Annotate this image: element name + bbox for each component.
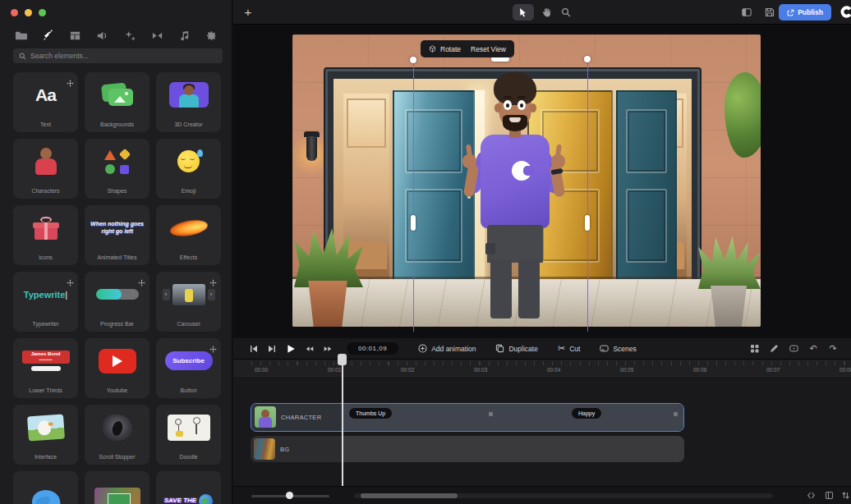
elements-rocket-icon[interactable] — [39, 27, 57, 44]
bg-track-clip[interactable]: BG — [251, 436, 684, 462]
redo-button[interactable]: ↷ — [826, 344, 840, 353]
rewind-button[interactable] — [306, 345, 314, 353]
scene-preview — [292, 34, 761, 327]
share-export-icon — [787, 9, 794, 16]
close-window-button[interactable] — [11, 9, 18, 16]
pen-tool-button[interactable] — [767, 344, 780, 353]
shapes-icon — [104, 149, 131, 174]
selection-handle-top-left[interactable] — [410, 57, 416, 63]
element-card-lower-thirds[interactable]: James Bond▬▬▬▬ Lower Thirds — [13, 338, 78, 398]
collapse-timeline-button[interactable] — [807, 491, 816, 502]
pan-hand-tool[interactable] — [536, 4, 557, 21]
track-label: CHARACTER — [281, 414, 321, 421]
timeline-ruler[interactable]: 00:00 00:01 00:02 00:03 00:04 00:05 00:0… — [233, 360, 851, 378]
element-card-typewriter[interactable]: Typewrite| Typewriter — [13, 272, 78, 332]
zoom-window-button[interactable] — [39, 9, 46, 16]
bg-track-thumbnail — [254, 438, 275, 460]
keyframe-marker[interactable] — [489, 412, 493, 416]
timeline-scrollbar-thumb[interactable] — [361, 493, 458, 498]
minimize-window-button[interactable] — [25, 9, 32, 16]
youtube-play-icon — [99, 349, 136, 373]
grid-view-button[interactable] — [748, 344, 761, 353]
transitions-icon[interactable] — [148, 27, 166, 44]
publish-button[interactable]: Publish — [779, 4, 831, 21]
templates-grid-icon[interactable] — [67, 27, 85, 44]
selection-handle-left[interactable] — [411, 215, 416, 231]
element-card-backgrounds[interactable]: Backgrounds — [85, 72, 150, 132]
toggle-panel-button[interactable] — [736, 4, 757, 21]
save-the-planet-preview: SAVE THE — [164, 494, 213, 504]
timeline-zoom-knob[interactable] — [286, 492, 293, 499]
select-cursor-tool[interactable] — [513, 4, 534, 21]
element-card-characters[interactable]: Characters — [13, 139, 78, 199]
zoom-tool[interactable] — [555, 4, 577, 21]
rotate-button[interactable]: Rotate — [429, 45, 461, 53]
selection-guide-left — [413, 60, 414, 332]
element-card-youtube[interactable]: Youtube — [85, 338, 150, 398]
keyframe-pill-happy[interactable]: Happy — [572, 408, 601, 419]
element-card-icons[interactable]: Icons — [13, 205, 78, 265]
elements-sidebar: Aa Text Backgrounds 3D Creator Character… — [0, 0, 232, 504]
save-button[interactable] — [759, 4, 780, 21]
element-card-animated-titles[interactable]: When nothing goes right go left Animated… — [85, 205, 150, 265]
element-card-shapes[interactable]: Shapes — [85, 139, 150, 199]
skip-start-button[interactable] — [250, 345, 258, 353]
element-card-text[interactable]: Aa Text — [13, 72, 78, 132]
add-element-plus-button[interactable]: + — [242, 6, 255, 19]
element-card-carousel[interactable]: ‹› Carousel — [156, 272, 221, 332]
playhead-line — [342, 355, 343, 486]
character-track-clip[interactable]: CHARACTER Thumbs Up Happy — [251, 403, 684, 432]
app-logo-icon[interactable] — [840, 5, 851, 19]
playhead-handle[interactable] — [338, 354, 347, 365]
element-card-save-the-planet[interactable]: SAVE THE — [156, 471, 221, 504]
card-label: Youtube — [85, 387, 150, 393]
characters-icon — [32, 148, 60, 176]
element-card-scroll-stopper[interactable]: Scroll Stopper — [85, 405, 150, 465]
timeline-scrollbar[interactable] — [354, 493, 773, 498]
element-card-twitter[interactable] — [13, 471, 78, 504]
canvas-viewport[interactable]: Rotate Reset View — [233, 25, 851, 338]
element-card-button[interactable]: Subscribe Button — [156, 338, 221, 398]
element-card-progress-bar[interactable]: Progress Bar — [85, 272, 150, 332]
search-input[interactable] — [30, 52, 217, 60]
reset-view-button[interactable]: Reset View — [471, 45, 506, 53]
selection-handle-top-right[interactable] — [584, 56, 591, 62]
drag-move-icon — [67, 76, 74, 90]
caption-button[interactable] — [787, 344, 800, 353]
duplicate-button[interactable]: Duplicate — [495, 344, 537, 353]
rotate-3d-icon — [429, 45, 436, 53]
add-animation-button[interactable]: Add animation — [418, 344, 476, 353]
fast-forward-button[interactable] — [324, 345, 332, 353]
play-button[interactable] — [286, 344, 296, 354]
selection-handle-right[interactable] — [585, 215, 590, 231]
element-card-emoji[interactable]: Emoji — [156, 139, 221, 199]
element-card-video-scene[interactable] — [85, 471, 150, 504]
element-card-interface[interactable]: Interface — [13, 405, 78, 465]
keyframe-marker[interactable] — [674, 412, 678, 416]
card-label: Button — [156, 387, 221, 393]
element-card-effects[interactable]: Effects — [156, 205, 221, 265]
video-thumbnail — [94, 488, 140, 504]
undo-button[interactable]: ↶ — [807, 344, 820, 353]
animations-sparkle-icon[interactable] — [121, 27, 139, 44]
music-notes-icon[interactable] — [176, 27, 194, 44]
audio-speaker-icon[interactable] — [94, 27, 112, 44]
folder-icon[interactable] — [12, 27, 30, 44]
element-card-3d-creator[interactable]: 3D Creator — [156, 72, 221, 132]
playback-controls-bar: 00:01,09 Add animation Duplicate ✂ Cut S… — [233, 338, 851, 360]
panel-toggle-button[interactable] — [825, 491, 834, 502]
character-3d[interactable] — [461, 72, 568, 325]
element-card-doodle[interactable]: Doodle — [156, 405, 221, 465]
scroll-stopper-preview — [103, 415, 132, 441]
emoji-icon — [177, 150, 200, 172]
skip-end-button[interactable] — [268, 345, 276, 353]
settings-gear-icon[interactable] — [203, 27, 221, 44]
scenes-button[interactable]: Scenes — [600, 344, 636, 353]
bg-clip-media — [343, 436, 684, 462]
backgrounds-icon — [102, 84, 133, 107]
card-label: Doodle — [156, 454, 221, 460]
keyframe-pill-thumbs-up[interactable]: Thumbs Up — [349, 408, 392, 419]
reorder-tracks-button[interactable] — [841, 491, 850, 502]
selection-guide-right — [587, 60, 588, 332]
cut-button[interactable]: ✂ Cut — [558, 343, 580, 354]
